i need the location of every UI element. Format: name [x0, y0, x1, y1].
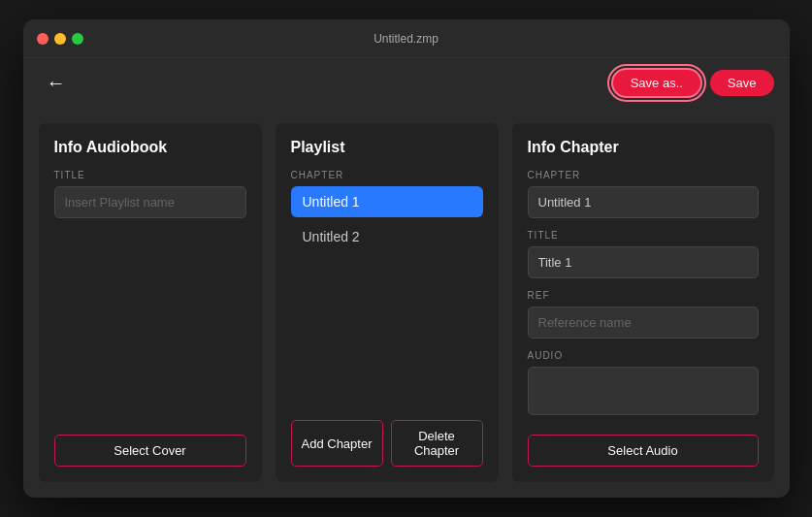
title-bar: Untitled.zmp: [23, 19, 790, 58]
info-chapter-title: Info Chapter: [528, 139, 759, 156]
toolbar-actions: Save as.. Save: [611, 68, 774, 98]
ref-field-group: REF: [528, 290, 759, 339]
window-title: Untitled.zmp: [374, 32, 438, 46]
chapter-item[interactable]: Untitled 2: [291, 221, 483, 252]
audiobook-title-input[interactable]: [54, 186, 246, 218]
chapter-title-input[interactable]: [528, 246, 759, 278]
playlist-chapter-label: CHAPTER: [291, 170, 483, 180]
audiobook-title-label: TITLE: [54, 170, 246, 180]
minimize-icon[interactable]: [54, 33, 66, 45]
toolbar: ← Save as.. Save: [23, 58, 790, 108]
audio-area: [528, 367, 759, 415]
playlist-title: Playlist: [291, 139, 483, 156]
ref-input[interactable]: [528, 307, 759, 339]
info-chapter-panel: Info Chapter CHAPTER Untitled 1 TITLE RE…: [512, 123, 774, 482]
select-audio-button[interactable]: Select Audio: [528, 435, 759, 467]
chapter-field-group: CHAPTER Untitled 1: [528, 170, 759, 218]
audio-field-group: AUDIO: [528, 350, 759, 415]
chapter-value: Untitled 1: [528, 186, 759, 218]
chapter-buttons: Add Chapter Delete Chapter: [291, 420, 483, 467]
select-cover-button[interactable]: Select Cover: [54, 435, 246, 467]
chapter-title-label: TITLE: [528, 230, 759, 241]
add-chapter-button[interactable]: Add Chapter: [291, 420, 383, 467]
audio-label: AUDIO: [528, 350, 759, 361]
title-field-group: TITLE: [528, 230, 759, 278]
chapter-item[interactable]: Untitled 1: [291, 186, 483, 217]
info-audiobook-panel: Info Audiobook TITLE Select Cover: [39, 123, 262, 482]
save-as-button[interactable]: Save as..: [611, 68, 702, 98]
delete-chapter-button[interactable]: Delete Chapter: [391, 420, 483, 467]
maximize-icon[interactable]: [72, 33, 83, 45]
back-button[interactable]: ←: [39, 68, 74, 98]
info-audiobook-title: Info Audiobook: [54, 139, 246, 156]
close-icon[interactable]: [37, 33, 49, 45]
app-window: Untitled.zmp ← Save as.. Save Info Audio…: [23, 19, 790, 498]
chapter-list: Untitled 1 Untitled 2: [291, 186, 483, 412]
traffic-lights: [37, 33, 83, 45]
chapter-field-label: CHAPTER: [528, 170, 759, 180]
content-area: Info Audiobook TITLE Select Cover Playli…: [23, 108, 790, 498]
save-button[interactable]: Save: [710, 70, 774, 96]
ref-label: REF: [528, 290, 759, 301]
playlist-panel: Playlist CHAPTER Untitled 1 Untitled 2 A…: [276, 123, 499, 482]
